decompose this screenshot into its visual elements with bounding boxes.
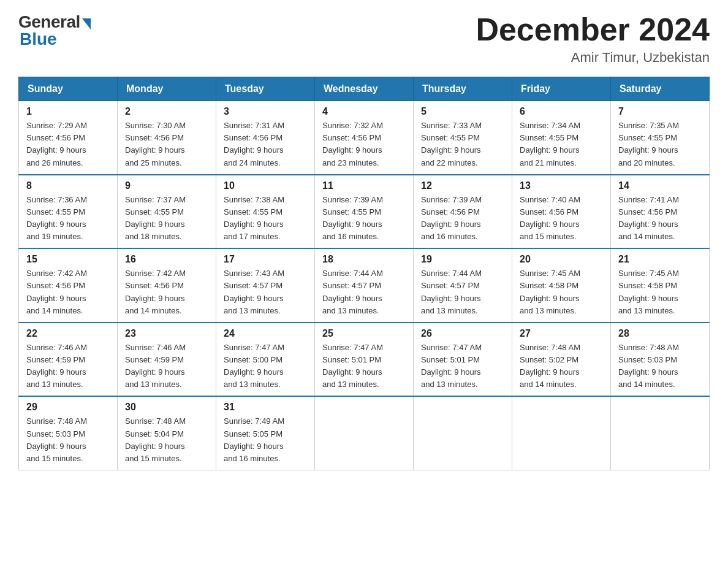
day-info: Sunrise: 7:47 AMSunset: 5:01 PMDaylight:… bbox=[322, 343, 383, 389]
day-number: 28 bbox=[618, 328, 702, 339]
day-number: 14 bbox=[618, 180, 702, 191]
calendar-day-cell: 12 Sunrise: 7:39 AMSunset: 4:56 PMDaylig… bbox=[414, 175, 512, 249]
day-number: 27 bbox=[520, 328, 603, 339]
calendar-day-cell: 6 Sunrise: 7:34 AMSunset: 4:55 PMDayligh… bbox=[512, 101, 611, 175]
day-number: 12 bbox=[421, 180, 504, 191]
day-info: Sunrise: 7:46 AMSunset: 4:59 PMDaylight:… bbox=[26, 343, 87, 389]
day-number: 15 bbox=[26, 254, 110, 265]
day-info: Sunrise: 7:33 AMSunset: 4:55 PMDaylight:… bbox=[421, 121, 482, 167]
logo-blue-text: Blue bbox=[20, 29, 57, 49]
calendar-day-cell: 7 Sunrise: 7:35 AMSunset: 4:55 PMDayligh… bbox=[611, 101, 710, 175]
day-number: 25 bbox=[322, 328, 406, 339]
calendar-day-cell: 2 Sunrise: 7:30 AMSunset: 4:56 PMDayligh… bbox=[118, 101, 216, 175]
calendar-day-cell: 13 Sunrise: 7:40 AMSunset: 4:56 PMDaylig… bbox=[512, 175, 611, 249]
day-info: Sunrise: 7:49 AMSunset: 5:05 PMDaylight:… bbox=[224, 416, 284, 462]
day-info: Sunrise: 7:43 AMSunset: 4:57 PMDaylight:… bbox=[224, 269, 284, 315]
day-info: Sunrise: 7:30 AMSunset: 4:56 PMDaylight:… bbox=[125, 121, 186, 167]
day-number: 19 bbox=[421, 254, 504, 265]
calendar-week-row: 8 Sunrise: 7:36 AMSunset: 4:55 PMDayligh… bbox=[19, 175, 710, 249]
day-info: Sunrise: 7:44 AMSunset: 4:57 PMDaylight:… bbox=[322, 269, 383, 315]
day-info: Sunrise: 7:41 AMSunset: 4:56 PMDaylight:… bbox=[618, 195, 679, 241]
day-info: Sunrise: 7:48 AMSunset: 5:04 PMDaylight:… bbox=[125, 416, 186, 462]
calendar-week-row: 29 Sunrise: 7:48 AMSunset: 5:03 PMDaylig… bbox=[19, 396, 710, 470]
calendar-day-cell: 26 Sunrise: 7:47 AMSunset: 5:01 PMDaylig… bbox=[414, 323, 512, 397]
calendar-day-cell bbox=[611, 396, 710, 470]
day-info: Sunrise: 7:47 AMSunset: 5:00 PMDaylight:… bbox=[224, 343, 284, 389]
calendar-day-cell: 21 Sunrise: 7:45 AMSunset: 4:58 PMDaylig… bbox=[611, 248, 710, 323]
calendar-week-row: 1 Sunrise: 7:29 AMSunset: 4:56 PMDayligh… bbox=[19, 101, 710, 175]
day-number: 2 bbox=[125, 106, 208, 117]
day-info: Sunrise: 7:32 AMSunset: 4:56 PMDaylight:… bbox=[322, 121, 383, 167]
day-number: 23 bbox=[125, 328, 208, 339]
logo-arrow-icon bbox=[82, 18, 91, 29]
calendar-day-cell: 18 Sunrise: 7:44 AMSunset: 4:57 PMDaylig… bbox=[315, 248, 414, 323]
calendar-col-header-thursday: Thursday bbox=[414, 77, 512, 101]
day-number: 11 bbox=[322, 180, 406, 191]
day-info: Sunrise: 7:45 AMSunset: 4:58 PMDaylight:… bbox=[520, 269, 580, 315]
day-info: Sunrise: 7:31 AMSunset: 4:56 PMDaylight:… bbox=[224, 121, 284, 167]
calendar-day-cell: 20 Sunrise: 7:45 AMSunset: 4:58 PMDaylig… bbox=[512, 248, 611, 323]
calendar-day-cell: 15 Sunrise: 7:42 AMSunset: 4:56 PMDaylig… bbox=[19, 248, 118, 323]
day-info: Sunrise: 7:40 AMSunset: 4:56 PMDaylight:… bbox=[520, 195, 580, 241]
calendar-day-cell: 25 Sunrise: 7:47 AMSunset: 5:01 PMDaylig… bbox=[315, 323, 414, 397]
day-number: 9 bbox=[125, 180, 208, 191]
day-info: Sunrise: 7:39 AMSunset: 4:56 PMDaylight:… bbox=[421, 195, 482, 241]
month-title: December 2024 bbox=[476, 12, 710, 47]
day-number: 29 bbox=[26, 402, 110, 413]
calendar-day-cell: 16 Sunrise: 7:42 AMSunset: 4:56 PMDaylig… bbox=[118, 248, 216, 323]
day-number: 22 bbox=[26, 328, 110, 339]
location: Amir Timur, Uzbekistan bbox=[476, 50, 710, 66]
calendar-table: SundayMondayTuesdayWednesdayThursdayFrid… bbox=[18, 77, 710, 470]
day-info: Sunrise: 7:37 AMSunset: 4:55 PMDaylight:… bbox=[125, 195, 186, 241]
day-number: 18 bbox=[322, 254, 406, 265]
day-number: 5 bbox=[421, 106, 504, 117]
calendar-day-cell: 10 Sunrise: 7:38 AMSunset: 4:55 PMDaylig… bbox=[216, 175, 315, 249]
calendar-day-cell: 30 Sunrise: 7:48 AMSunset: 5:04 PMDaylig… bbox=[118, 396, 216, 470]
day-number: 24 bbox=[224, 328, 307, 339]
calendar-week-row: 15 Sunrise: 7:42 AMSunset: 4:56 PMDaylig… bbox=[19, 248, 710, 323]
day-info: Sunrise: 7:47 AMSunset: 5:01 PMDaylight:… bbox=[421, 343, 482, 389]
day-number: 10 bbox=[224, 180, 307, 191]
calendar-day-cell: 31 Sunrise: 7:49 AMSunset: 5:05 PMDaylig… bbox=[216, 396, 315, 470]
calendar-day-cell bbox=[315, 396, 414, 470]
calendar-col-header-tuesday: Tuesday bbox=[216, 77, 315, 101]
calendar-day-cell: 27 Sunrise: 7:48 AMSunset: 5:02 PMDaylig… bbox=[512, 323, 611, 397]
day-number: 7 bbox=[618, 106, 702, 117]
calendar-day-cell: 5 Sunrise: 7:33 AMSunset: 4:55 PMDayligh… bbox=[414, 101, 512, 175]
calendar-header-row: SundayMondayTuesdayWednesdayThursdayFrid… bbox=[19, 77, 710, 101]
calendar-col-header-saturday: Saturday bbox=[611, 77, 710, 101]
calendar-day-cell: 29 Sunrise: 7:48 AMSunset: 5:03 PMDaylig… bbox=[19, 396, 118, 470]
day-info: Sunrise: 7:39 AMSunset: 4:55 PMDaylight:… bbox=[322, 195, 383, 241]
calendar-week-row: 22 Sunrise: 7:46 AMSunset: 4:59 PMDaylig… bbox=[19, 323, 710, 397]
day-number: 30 bbox=[125, 402, 208, 413]
day-info: Sunrise: 7:29 AMSunset: 4:56 PMDaylight:… bbox=[26, 121, 87, 167]
title-section: December 2024 Amir Timur, Uzbekistan bbox=[476, 12, 710, 66]
calendar-day-cell: 11 Sunrise: 7:39 AMSunset: 4:55 PMDaylig… bbox=[315, 175, 414, 249]
day-number: 20 bbox=[520, 254, 603, 265]
day-number: 31 bbox=[224, 402, 307, 413]
day-number: 3 bbox=[224, 106, 307, 117]
calendar-day-cell: 14 Sunrise: 7:41 AMSunset: 4:56 PMDaylig… bbox=[611, 175, 710, 249]
calendar-day-cell: 23 Sunrise: 7:46 AMSunset: 4:59 PMDaylig… bbox=[118, 323, 216, 397]
day-info: Sunrise: 7:34 AMSunset: 4:55 PMDaylight:… bbox=[520, 121, 580, 167]
day-number: 8 bbox=[26, 180, 110, 191]
day-number: 1 bbox=[26, 106, 110, 117]
page-header: General Blue December 2024 Amir Timur, U… bbox=[18, 12, 710, 66]
day-info: Sunrise: 7:42 AMSunset: 4:56 PMDaylight:… bbox=[125, 269, 186, 315]
day-info: Sunrise: 7:38 AMSunset: 4:55 PMDaylight:… bbox=[224, 195, 284, 241]
day-number: 17 bbox=[224, 254, 307, 265]
day-number: 13 bbox=[520, 180, 603, 191]
calendar-col-header-friday: Friday bbox=[512, 77, 611, 101]
day-number: 26 bbox=[421, 328, 504, 339]
day-number: 4 bbox=[322, 106, 406, 117]
calendar-day-cell: 9 Sunrise: 7:37 AMSunset: 4:55 PMDayligh… bbox=[118, 175, 216, 249]
day-info: Sunrise: 7:48 AMSunset: 5:03 PMDaylight:… bbox=[26, 416, 87, 462]
day-info: Sunrise: 7:48 AMSunset: 5:02 PMDaylight:… bbox=[520, 343, 580, 389]
calendar-col-header-monday: Monday bbox=[118, 77, 216, 101]
calendar-day-cell: 1 Sunrise: 7:29 AMSunset: 4:56 PMDayligh… bbox=[19, 101, 118, 175]
calendar-day-cell: 4 Sunrise: 7:32 AMSunset: 4:56 PMDayligh… bbox=[315, 101, 414, 175]
calendar-col-header-wednesday: Wednesday bbox=[315, 77, 414, 101]
day-number: 16 bbox=[125, 254, 208, 265]
logo: General Blue bbox=[18, 12, 91, 49]
calendar-day-cell bbox=[512, 396, 611, 470]
